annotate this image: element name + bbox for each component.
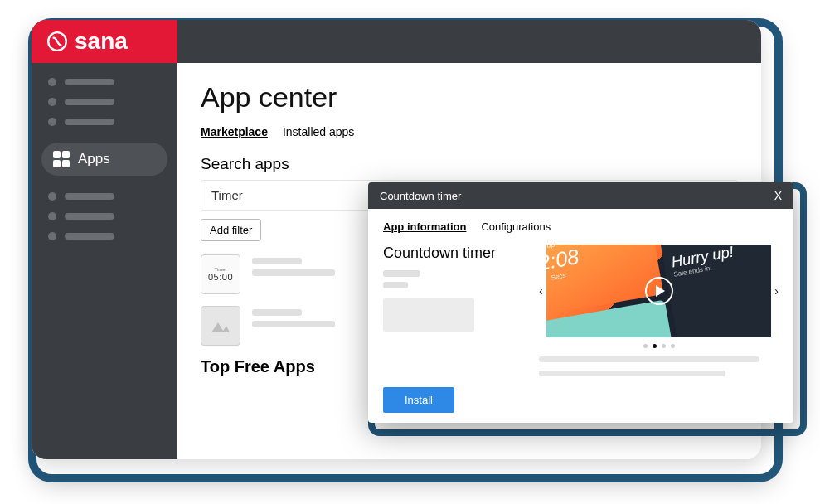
carousel-dots	[539, 344, 779, 348]
svg-marker-1	[211, 322, 230, 332]
search-label: Search apps	[201, 155, 738, 173]
nav-item-placeholder[interactable]	[41, 232, 167, 240]
app-thumb-timer: Timer 05:00	[201, 254, 240, 294]
nav-item-label: Apps	[78, 151, 110, 167]
modal-right-column: ‹ up! :22:08 Mins Secs	[539, 245, 779, 413]
carousel-next-icon[interactable]: ›	[774, 284, 779, 298]
modal-title: Countdown timer	[380, 190, 461, 202]
brand-icon	[46, 31, 68, 52]
tab-installed-apps[interactable]: Installed apps	[283, 125, 354, 138]
label-secs: Secs	[551, 272, 566, 281]
tab-configurations[interactable]: Configurations	[481, 220, 551, 233]
apps-icon	[53, 151, 70, 167]
page-tabs: Marketplace Installed apps	[201, 125, 738, 138]
nav-item-placeholder[interactable]	[41, 78, 167, 86]
brand-logo: sana	[32, 20, 177, 63]
modal-heading: Countdown timer	[383, 245, 524, 262]
nav-item-placeholder[interactable]	[41, 212, 167, 220]
nav-item-apps[interactable]: Apps	[41, 143, 167, 176]
app-detail-modal: Countdown timer X App information Config…	[368, 182, 793, 423]
tab-marketplace[interactable]: Marketplace	[201, 125, 268, 138]
play-icon[interactable]	[645, 277, 673, 305]
modal-tabs: App information Configurations	[383, 220, 779, 233]
carousel-prev-icon[interactable]: ‹	[539, 284, 543, 298]
preview-tile-dark: Days Hurry up! Sale ends in: :12:48	[657, 245, 771, 337]
dot-active[interactable]	[653, 344, 657, 348]
dot[interactable]	[643, 344, 648, 348]
app-card-info	[252, 254, 335, 276]
app-thumb-image	[201, 306, 240, 346]
modal-header: Countdown timer X	[368, 182, 793, 209]
close-icon[interactable]: X	[774, 189, 782, 202]
modal-install-button[interactable]: Install	[383, 387, 454, 413]
carousel-preview[interactable]: up! :22:08 Mins Secs Days Hurry up!	[546, 245, 772, 337]
description-placeholder	[539, 371, 725, 376]
add-filter-button[interactable]: Add filter	[201, 219, 261, 241]
modal-left-column: Countdown timer Install	[383, 245, 524, 413]
app-card-info	[252, 306, 335, 327]
page-title: App center	[201, 81, 738, 114]
topbar: sana	[32, 20, 761, 63]
nav-item-placeholder[interactable]	[41, 192, 167, 201]
dot[interactable]	[671, 344, 675, 348]
brand-name: sana	[75, 28, 128, 55]
nav-item-placeholder[interactable]	[41, 118, 167, 126]
thumb-digits: 05:00	[208, 272, 233, 282]
mountains-icon	[210, 317, 231, 334]
sidebar: Apps	[32, 63, 177, 459]
description-placeholder	[539, 356, 759, 362]
dot[interactable]	[662, 344, 666, 348]
nav-item-placeholder[interactable]	[41, 98, 167, 106]
tab-app-information[interactable]: App information	[383, 220, 466, 233]
